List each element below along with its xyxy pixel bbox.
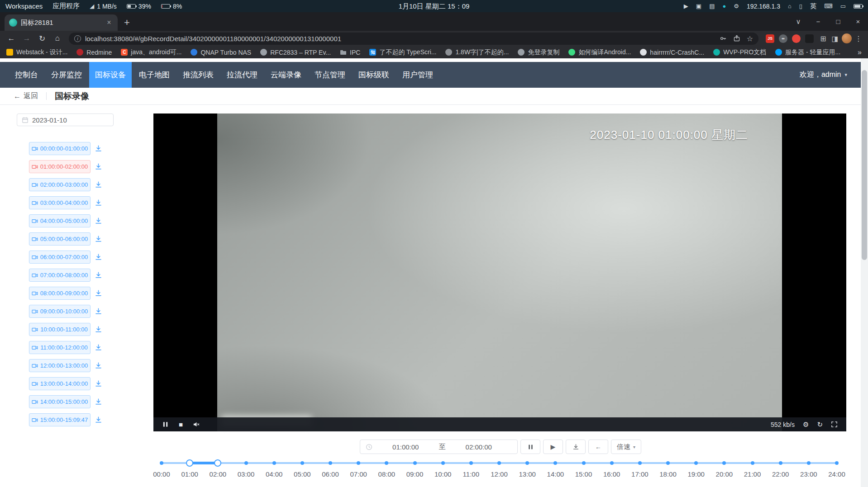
minimize-button[interactable]: − xyxy=(808,12,828,31)
bookmark-item[interactable]: Webstack - 设计... xyxy=(6,48,67,57)
ip-address[interactable]: 192.168.1.3 xyxy=(747,3,780,10)
password-key-icon[interactable] xyxy=(720,35,727,42)
nav-item-9[interactable]: 用户管理 xyxy=(396,62,439,88)
home-tray-icon[interactable]: ⌂ xyxy=(788,3,792,9)
share-icon[interactable] xyxy=(733,35,740,42)
segment-download-icon[interactable] xyxy=(95,163,102,170)
player-pause-icon[interactable] xyxy=(162,421,169,428)
bookmark-item[interactable]: Cjava、android可... xyxy=(121,48,181,57)
segment-button[interactable]: 11:00:00-12:00:00 xyxy=(29,341,91,354)
date-picker[interactable]: 2023-01-10 xyxy=(17,113,114,126)
segment-button[interactable]: 08:00:00-09:00:00 xyxy=(29,287,91,300)
player-stop-icon[interactable]: ■ xyxy=(179,421,183,428)
volume-muted-icon[interactable] xyxy=(193,421,200,428)
reload-button[interactable]: ↻ xyxy=(35,34,49,43)
segment-download-icon[interactable] xyxy=(95,398,102,406)
segment-button[interactable]: 01:00:00-02:00:00 xyxy=(29,160,91,173)
video-player[interactable]: 2023-01-10 01:00:00 星期二 ■ 552 kb/s ⚙ ↻ xyxy=(153,113,846,431)
status-dot-icon[interactable]: ● xyxy=(722,3,726,9)
speed-button[interactable]: 倍速 ▾ xyxy=(611,440,641,454)
segment-download-icon[interactable] xyxy=(95,289,102,297)
play-button[interactable]: ▶ xyxy=(543,440,563,454)
scrollbar[interactable] xyxy=(861,58,868,487)
new-tab-button[interactable]: + xyxy=(124,18,130,28)
profile-avatar[interactable] xyxy=(842,33,852,43)
segment-button[interactable]: 04:00:00-05:00:00 xyxy=(29,214,91,227)
timeline[interactable]: 00:0001:0002:0003:0004:0005:0006:0007:00… xyxy=(162,459,837,480)
segment-button[interactable]: 15:00:00-15:09:47 xyxy=(29,413,91,426)
nav-item-3[interactable]: 电子地图 xyxy=(133,62,176,88)
side-panel-icon[interactable]: ◨ xyxy=(830,34,840,43)
bookmark-item[interactable]: Redmine xyxy=(76,49,112,56)
range-start-time[interactable]: 01:00:00 xyxy=(372,443,439,451)
url-text[interactable]: localhost:38080/#/gbRecordDetail/3402000… xyxy=(85,35,715,43)
timeline-handle[interactable] xyxy=(214,459,221,467)
tab-close-icon[interactable]: × xyxy=(105,19,113,27)
segment-download-icon[interactable] xyxy=(95,271,102,279)
bookmark-item[interactable]: 知了不起的 TypeScri... xyxy=(369,48,436,57)
nav-item-4[interactable]: 推流列表 xyxy=(177,62,219,88)
segment-button[interactable]: 09:00:00-10:00:00 xyxy=(29,305,91,318)
media-play-icon[interactable]: ▶ xyxy=(684,3,688,9)
segment-download-icon[interactable] xyxy=(95,380,102,388)
bookmark-item[interactable]: WVP-PRO文档 xyxy=(713,48,766,57)
segment-download-icon[interactable] xyxy=(95,235,102,243)
nav-item-8[interactable]: 国标级联 xyxy=(353,62,395,88)
extension-dark-square-icon[interactable] xyxy=(805,34,814,43)
segment-button[interactable]: 07:00:00-08:00:00 xyxy=(29,269,91,282)
tools-icon[interactable]: ⚙ xyxy=(734,3,739,9)
bookmark-item[interactable]: 免登录复制 xyxy=(518,48,559,57)
scrollbar-thumb[interactable] xyxy=(862,70,867,260)
segment-download-icon[interactable] xyxy=(95,362,102,369)
nav-item-2[interactable]: 国标设备 xyxy=(89,62,132,88)
rewind-button[interactable]: ← xyxy=(588,440,608,454)
segment-button[interactable]: 05:00:00-06:00:00 xyxy=(29,232,91,246)
segment-download-icon[interactable] xyxy=(95,181,102,189)
player-settings-icon[interactable]: ⚙ xyxy=(803,421,809,428)
segment-button[interactable]: 06:00:00-07:00:00 xyxy=(29,251,91,264)
nav-item-7[interactable]: 节点管理 xyxy=(309,62,351,88)
user-menu[interactable]: 欢迎，admin ▾ xyxy=(800,70,847,80)
segment-button[interactable]: 12:00:00-13:00:00 xyxy=(29,359,91,372)
segment-download-icon[interactable] xyxy=(95,326,102,333)
segment-download-icon[interactable] xyxy=(95,217,102,225)
segment-download-icon[interactable] xyxy=(95,253,102,261)
nav-item-5[interactable]: 拉流代理 xyxy=(221,62,263,88)
segment-download-icon[interactable] xyxy=(95,307,102,315)
segment-button[interactable]: 14:00:00-15:00:00 xyxy=(29,395,91,408)
workspaces-button[interactable]: Workspaces xyxy=(5,2,43,10)
player-refresh-icon[interactable]: ↻ xyxy=(817,421,823,428)
extensions-puzzle-icon[interactable]: ⊞ xyxy=(818,34,828,43)
bookmark-item[interactable]: 如何编译Android... xyxy=(568,48,631,57)
nav-item-6[interactable]: 云端录像 xyxy=(265,62,307,88)
browser-menu-icon[interactable]: ⋮ xyxy=(854,34,863,43)
back-link[interactable]: ← 返回 xyxy=(14,91,38,101)
screenshot-icon[interactable]: ▣ xyxy=(696,3,701,9)
timeline-handle[interactable] xyxy=(186,459,193,467)
extension-js-icon[interactable]: JS xyxy=(766,34,774,43)
nav-item-1[interactable]: 分屏监控 xyxy=(45,62,88,88)
pause-button[interactable] xyxy=(520,440,540,454)
bookmark-item[interactable]: IPC xyxy=(340,49,360,56)
segment-button[interactable]: 13:00:00-14:00:00 xyxy=(29,377,91,390)
bookmark-item[interactable]: 服务器 - 轻量应用... xyxy=(775,48,840,57)
address-bar[interactable]: i localhost:38080/#/gbRecordDetail/34020… xyxy=(69,33,758,45)
site-info-icon[interactable]: i xyxy=(74,35,81,42)
bookmark-item[interactable]: RFC2833 – RTP Ev... xyxy=(260,49,331,56)
segment-download-icon[interactable] xyxy=(95,145,102,152)
back-button[interactable]: ← xyxy=(5,34,18,43)
extension-infinity-icon[interactable]: ∞ xyxy=(779,34,787,43)
bookmark-item[interactable]: QNAP Turbo NAS xyxy=(191,49,251,56)
bookmark-star-icon[interactable]: ☆ xyxy=(747,34,753,43)
segment-button[interactable]: 10:00:00-11:00:00 xyxy=(29,323,91,336)
display-icon[interactable]: ▭ xyxy=(840,3,846,9)
segment-button[interactable]: 02:00:00-03:00:00 xyxy=(29,178,91,191)
segment-button[interactable]: 03:00:00-04:00:00 xyxy=(29,196,91,209)
range-end-time[interactable]: 02:00:00 xyxy=(446,443,512,451)
keyboard-icon[interactable]: ⌨ xyxy=(824,3,833,9)
time-range-picker[interactable]: 01:00:00 至 02:00:00 xyxy=(360,440,518,454)
clock-date[interactable]: 1月10日 星期二 15：09 xyxy=(399,0,470,12)
segment-download-icon[interactable] xyxy=(95,344,102,351)
home-button[interactable]: ⌂ xyxy=(51,34,64,43)
browser-tab[interactable]: 国标28181 × xyxy=(5,14,118,31)
